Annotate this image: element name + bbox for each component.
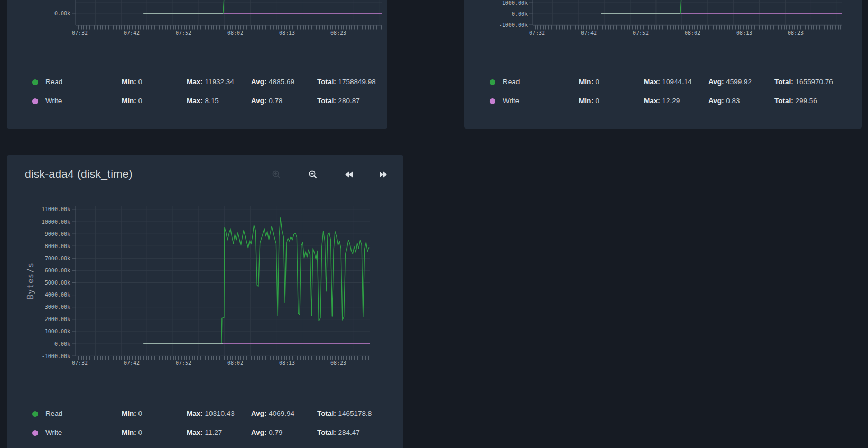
stat-min: Min: 0 <box>122 97 142 105</box>
x-tick-label: 08:13 <box>279 30 295 36</box>
chart-toolbar <box>7 160 403 192</box>
legend-row-read: ReadMin: 0Max: 10310.43Avg: 4069.94Total… <box>7 409 403 419</box>
x-tick-label: 07:52 <box>176 30 191 36</box>
legend-row-read: ReadMin: 0Max: 10944.14Avg: 4599.92Total… <box>464 78 862 87</box>
stat-max: Max: 10944.14 <box>644 78 692 86</box>
chart-panel-top-right: 1000.00k0.00k-1000.00k07:3207:4207:5208:… <box>464 0 862 129</box>
stat-min: Min: 0 <box>122 428 142 436</box>
y-tick-label: 1000.00k <box>502 0 528 6</box>
x-tick-label: 08:23 <box>330 360 346 366</box>
series-name: Read <box>503 78 520 86</box>
x-tick-label: 07:52 <box>633 30 649 36</box>
x-tick-label: 07:52 <box>176 360 191 366</box>
zoom-in-icon <box>273 171 280 178</box>
y-tick-label: 9000.00k <box>45 231 70 237</box>
y-tick-label: -1000.00k <box>499 22 528 28</box>
stat-avg: Avg: 4599.92 <box>708 78 752 86</box>
stat-min: Min: 0 <box>579 97 599 105</box>
x-tick-label: 08:13 <box>736 30 752 36</box>
legend-row-write: WriteMin: 0Max: 8.15Avg: 0.78Total: 280.… <box>7 97 387 106</box>
y-tick-label: 6000.00k <box>45 268 70 273</box>
step-forward-icon[interactable] <box>380 172 387 178</box>
stat-max: Max: 10310.43 <box>187 409 235 417</box>
legend-row-read: ReadMin: 0Max: 11932.34Avg: 4885.69Total… <box>7 78 387 87</box>
stat-avg: Avg: 0.78 <box>251 97 283 105</box>
chart-panel-disk-ada4: disk-ada4 (disk_time) 11000.00k10000.00k… <box>7 155 403 448</box>
stat-min: Min: 0 <box>579 78 599 86</box>
y-axis-title: Bytes/s <box>26 262 35 299</box>
zoom-out-icon[interactable] <box>310 171 317 178</box>
x-tick-label: 07:32 <box>72 360 88 366</box>
stat-avg: Avg: 4885.69 <box>251 78 294 86</box>
stat-total: Total: 280.87 <box>317 97 360 105</box>
chart-plot-area[interactable]: 0.00k07:3207:4207:5208:0208:1308:23 <box>7 0 387 42</box>
y-tick-label: 11000.00k <box>42 206 70 212</box>
x-tick-label: 07:42 <box>581 30 597 36</box>
chart-plot-area[interactable]: 1000.00k0.00k-1000.00k07:3207:4207:5208:… <box>464 0 862 42</box>
series-name: Read <box>45 78 62 86</box>
read-line <box>143 218 369 344</box>
series-color-dot <box>490 79 495 85</box>
series-name: Read <box>45 409 62 417</box>
y-tick-label: 7000.00k <box>45 255 70 261</box>
stat-avg: Avg: 4069.94 <box>251 409 294 417</box>
stat-total: Total: 299.56 <box>774 97 817 105</box>
x-tick-label: 08:02 <box>227 30 243 36</box>
stat-max: Max: 11932.34 <box>187 78 234 86</box>
stat-max: Max: 8.15 <box>187 97 219 105</box>
stat-max: Max: 12.29 <box>644 97 680 105</box>
stat-min: Min: 0 <box>122 409 142 417</box>
stat-total: Total: 1758849.98 <box>317 78 376 86</box>
x-tick-label: 08:02 <box>227 360 243 366</box>
x-tick-label: 07:32 <box>72 30 88 36</box>
y-tick-label: 5000.00k <box>45 280 70 286</box>
stat-avg: Avg: 0.79 <box>251 428 283 436</box>
y-tick-label: -1000.00k <box>42 353 70 359</box>
y-tick-label: 3000.00k <box>45 304 70 310</box>
stat-avg: Avg: 0.83 <box>708 97 740 105</box>
legend-row-write: WriteMin: 0Max: 12.29Avg: 0.83Total: 299… <box>464 97 862 106</box>
series-name: Write <box>45 97 62 105</box>
series-color-dot <box>490 98 495 104</box>
y-tick-label: 0.00k <box>54 11 70 16</box>
y-tick-label: 1000.00k <box>45 328 70 334</box>
x-tick-label: 07:42 <box>124 30 140 36</box>
stat-min: Min: 0 <box>122 78 142 86</box>
x-axis-minor-ticks <box>76 356 370 361</box>
y-tick-label: 10000.00k <box>42 219 70 225</box>
stat-total: Total: 1465178.8 <box>317 409 372 417</box>
y-tick-label: 4000.00k <box>45 292 70 298</box>
x-axis-minor-ticks <box>533 25 842 30</box>
x-tick-label: 08:13 <box>279 360 295 366</box>
chart-panel-top-left: 0.00k07:3207:4207:5208:0208:1308:23ReadM… <box>7 0 387 129</box>
series-color-dot <box>32 79 38 85</box>
y-tick-label: 0.00k <box>512 11 528 17</box>
x-tick-label: 07:32 <box>529 30 545 36</box>
x-tick-label: 07:42 <box>124 360 140 366</box>
stat-total: Total: 1655970.76 <box>774 78 833 86</box>
legend-row-write: WriteMin: 0Max: 11.27Avg: 0.79Total: 284… <box>7 428 403 438</box>
series-color-dot <box>32 98 38 104</box>
series-color-dot <box>32 430 38 436</box>
x-tick-label: 08:23 <box>330 30 346 36</box>
y-tick-label: 0.00k <box>54 341 70 347</box>
x-tick-label: 08:23 <box>788 30 804 36</box>
reporting-page: { "colors": { "page_bg": "#161b23", "pan… <box>0 0 868 448</box>
stat-max: Max: 11.27 <box>187 428 222 436</box>
stat-total: Total: 284.47 <box>317 428 360 436</box>
step-back-icon[interactable] <box>345 172 353 178</box>
read-line <box>601 0 681 14</box>
series-name: Write <box>45 428 62 436</box>
y-tick-label: 8000.00k <box>45 243 70 249</box>
y-tick-label: 2000.00k <box>45 316 70 322</box>
x-axis-minor-ticks <box>76 25 382 30</box>
x-tick-label: 08:02 <box>685 30 700 36</box>
series-color-dot <box>32 411 38 417</box>
series-name: Write <box>503 97 519 105</box>
